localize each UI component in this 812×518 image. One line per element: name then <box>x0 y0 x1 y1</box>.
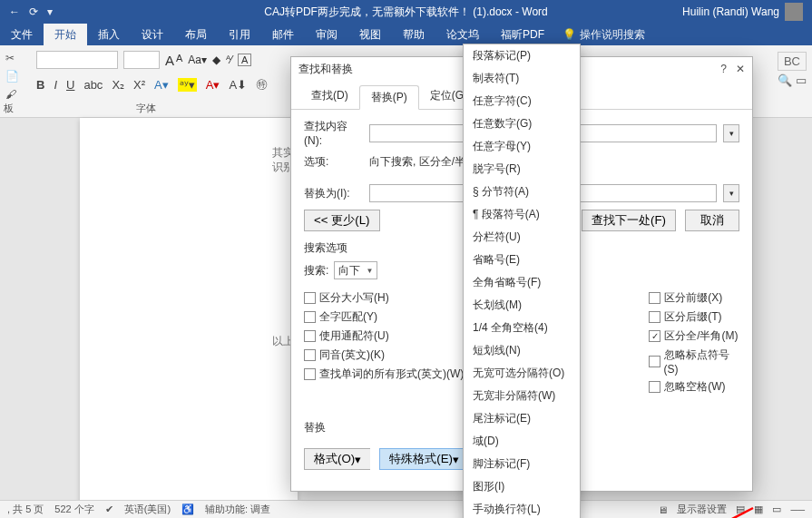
checkbox[interactable] <box>649 311 660 323</box>
tab-references[interactable]: 引用 <box>218 24 261 45</box>
tab-addin2[interactable]: 福昕PDF <box>490 24 555 45</box>
subscript-icon[interactable]: X₂ <box>112 78 124 92</box>
view-read-icon[interactable]: ▤ <box>736 503 745 515</box>
menu-item[interactable]: 1/4 全角空格(4) <box>464 317 580 339</box>
replace-dropdown-icon[interactable]: ▾ <box>723 184 739 202</box>
check-wildcards[interactable]: 使用通配符(U) <box>319 328 389 344</box>
check-ignore-space[interactable]: 忽略空格(W) <box>664 379 725 395</box>
tab-home[interactable]: 开始 <box>44 24 87 45</box>
find-next-button[interactable]: 查找下一处(F) <box>582 210 676 231</box>
superscript-icon[interactable]: X² <box>133 78 145 92</box>
checkbox[interactable] <box>304 368 316 380</box>
font-name-combo[interactable] <box>36 51 118 69</box>
phonetic-icon[interactable]: ᴬ⁄ <box>226 54 232 66</box>
enclose-char-icon[interactable]: ㊕ <box>256 76 268 93</box>
format-painter-icon[interactable]: 🖌 <box>5 87 24 102</box>
checkbox[interactable] <box>649 292 660 304</box>
tab-view[interactable]: 视图 <box>348 24 392 45</box>
check-fullhalf[interactable]: 区分全/半角(M) <box>664 328 738 344</box>
text-effects-icon[interactable]: A▾ <box>154 78 169 92</box>
menu-item[interactable]: ¶ 段落符号(A) <box>464 203 580 226</box>
menu-item[interactable]: 任意字母(Y) <box>464 135 580 158</box>
menu-item[interactable]: 全角省略号(F) <box>464 271 580 294</box>
grow-shrink-font[interactable]: A A <box>165 53 182 68</box>
special-split-button[interactable]: 特殊格式(E) ▾ <box>379 448 468 470</box>
menu-item[interactable]: 手动换行符(L) <box>464 498 580 518</box>
char-shading-icon[interactable]: A⬇ <box>229 78 247 92</box>
style-gallery-icon[interactable]: BC <box>778 52 807 71</box>
shrink-font-icon[interactable]: A <box>176 53 182 68</box>
qat-back-icon[interactable]: ← <box>9 5 20 18</box>
menu-item[interactable]: 尾注标记(E) <box>464 407 580 430</box>
menu-item[interactable]: 无宽非分隔符(W) <box>464 385 580 407</box>
word-count[interactable]: 522 个字 <box>54 503 93 516</box>
strikethrough-icon[interactable]: abc <box>83 78 103 92</box>
char-border-icon[interactable]: A <box>238 54 251 66</box>
checkbox-checked[interactable]: ✓ <box>649 330 660 342</box>
checkbox[interactable] <box>649 356 660 367</box>
tab-insert[interactable]: 插入 <box>87 24 131 45</box>
less-button[interactable]: << 更少(L) <box>304 210 380 231</box>
menu-item[interactable]: 分栏符(U) <box>464 226 580 249</box>
language[interactable]: 英语(美国) <box>124 503 171 516</box>
page-count[interactable]: , 共 5 页 <box>7 503 44 516</box>
qat-more-icon[interactable]: ▾ <box>47 5 53 18</box>
tell-me-search[interactable]: 💡 操作说明搜索 <box>563 24 645 45</box>
menu-item[interactable]: § 分节符(A) <box>464 181 580 203</box>
tab-help[interactable]: 帮助 <box>392 24 435 45</box>
search-direction-select[interactable]: 向下 <box>334 261 377 279</box>
special-format-menu[interactable]: 段落标记(P)制表符(T)任意字符(C)任意数字(G)任意字母(Y)脱字号(R)… <box>463 44 581 518</box>
menu-item[interactable]: 段落标记(P) <box>464 44 580 67</box>
editing-find-icon[interactable]: 🔍 <box>778 73 792 87</box>
find-dropdown-icon[interactable]: ▾ <box>723 124 739 142</box>
font-color-icon[interactable]: A▾ <box>206 78 220 92</box>
special-format-button[interactable]: 特殊格式(E) ▾ <box>379 448 468 470</box>
tab-addin1[interactable]: 论文坞 <box>435 24 490 45</box>
menu-item[interactable]: 脱字号(R) <box>464 158 580 181</box>
checkbox[interactable] <box>304 311 316 323</box>
document-page[interactable] <box>80 118 298 517</box>
format-split-button[interactable]: 格式(O) ▾ <box>304 448 370 470</box>
check-ignore-punct[interactable]: 忽略标点符号(S) <box>664 347 739 376</box>
menu-item[interactable]: 任意字符(C) <box>464 90 580 112</box>
menu-item[interactable]: 任意数字(G) <box>464 112 580 135</box>
check-whole-word[interactable]: 全字匹配(Y) <box>319 309 377 325</box>
underline-button[interactable]: U <box>66 78 74 92</box>
menu-item[interactable]: 省略号(E) <box>464 249 580 271</box>
tab-design[interactable]: 设计 <box>131 24 174 45</box>
qat-redo-icon[interactable]: ⟳ <box>29 5 38 18</box>
tab-file[interactable]: 文件 <box>0 24 44 45</box>
display-settings[interactable]: 显示器设置 <box>677 503 727 516</box>
user-area[interactable]: Huilin (Randi) Wang <box>682 3 803 21</box>
zoom-slider[interactable]: ── <box>790 504 805 515</box>
tab-layout[interactable]: 布局 <box>174 24 218 45</box>
accessibility-icon[interactable]: ♿ <box>181 503 194 515</box>
change-case-icon[interactable]: Aa▾ <box>188 54 207 66</box>
accessibility[interactable]: 辅助功能: 调查 <box>205 503 270 516</box>
checkbox[interactable] <box>304 292 316 304</box>
grow-font-icon[interactable]: A <box>165 53 174 68</box>
spell-check-icon[interactable]: ✔ <box>105 503 113 515</box>
check-sounds-like[interactable]: 同音(英文)(K) <box>319 347 385 363</box>
menu-item[interactable]: 域(D) <box>464 430 580 453</box>
cancel-button[interactable]: 取消 <box>685 210 739 231</box>
highlight-icon[interactable]: ᵃʸ▾ <box>178 78 197 92</box>
format-button[interactable]: 格式(O) ▾ <box>304 448 370 470</box>
menu-item[interactable]: 图形(I) <box>464 475 580 498</box>
tab-mailings[interactable]: 邮件 <box>261 24 305 45</box>
bold-button[interactable]: B <box>36 78 44 92</box>
help-icon[interactable]: ? <box>720 63 727 75</box>
checkbox[interactable] <box>304 349 316 361</box>
check-prefix[interactable]: 区分前缀(X) <box>664 290 722 306</box>
menu-item[interactable]: 制表符(T) <box>464 67 580 90</box>
menu-item[interactable]: 长划线(M) <box>464 294 580 317</box>
italic-button[interactable]: I <box>54 78 57 92</box>
view-print-icon[interactable]: ▦ <box>754 503 763 515</box>
check-all-forms[interactable]: 查找单词的所有形式(英文)(W) <box>319 367 464 382</box>
menu-item[interactable]: 短划线(N) <box>464 339 580 362</box>
close-icon[interactable]: ✕ <box>736 63 745 75</box>
tab-review[interactable]: 审阅 <box>305 24 348 45</box>
display-settings-icon[interactable]: 🖥 <box>658 504 668 515</box>
menu-item[interactable]: 无宽可选分隔符(O) <box>464 362 580 385</box>
editing-select-icon[interactable]: ▭ <box>796 73 807 87</box>
